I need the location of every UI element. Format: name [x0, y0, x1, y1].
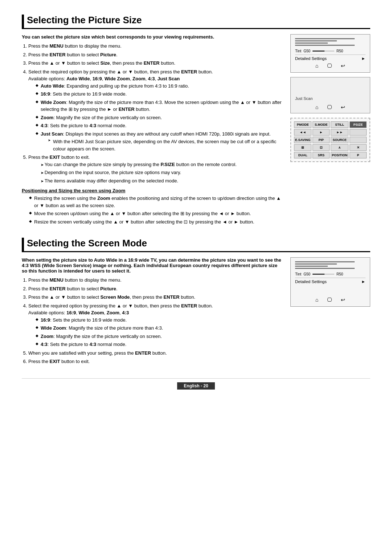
step4-justscan: Just Scan [158, 76, 180, 81]
detailed-arrow: ► [362, 56, 366, 61]
step3-bold: Size [100, 60, 110, 66]
step4-widezoom: Wide Zoom [105, 76, 130, 81]
menu-icons-3: ⌂ 🖵 ↩ [295, 295, 366, 303]
tint-slider [313, 51, 334, 52]
remote-grid: PMODE S.MODE STILL PSIZE ◄◄ ► ►► E.SAVIN… [294, 121, 367, 158]
remote-smode: S.MODE [313, 121, 330, 128]
menu-line-4 [295, 45, 355, 46]
s2-bullet-zoom: Zoom: Magnify the size of the picture ve… [36, 333, 283, 340]
tint-right-label: R50 [336, 49, 343, 53]
remote-pip: PIP [313, 137, 330, 143]
s2-bullet-widezoom: Wide Zoom: Magnify the size of the pictu… [36, 325, 283, 332]
detailed-label: Detailed Settings [295, 56, 327, 61]
note-hdmi: With the HDMI Just Scan picture size, de… [48, 138, 283, 152]
tint-left-label: G50 [303, 49, 310, 53]
section2-content-row: When setting the picture size to Auto Wi… [22, 257, 370, 367]
remote-esaving: E.SAVING [294, 137, 311, 143]
s2-step-1: Press the MENU button to display the men… [28, 277, 283, 284]
icon-picture-3: 🖵 [327, 297, 332, 303]
bullet-autowide: Auto Wide: Expanding and pulling up the … [36, 82, 283, 90]
section1-image-panel: Tint G50 R50 Detailed Settings ► ⌂ 🖵 ↩ [290, 34, 370, 162]
remote-p: P [350, 152, 367, 158]
note-psize: You can change the picture size simply b… [41, 161, 283, 168]
menu-icons-1: ⌂ 🖵 ↩ [295, 61, 366, 69]
remote-srs: SRS [313, 152, 330, 158]
menu-mockup-2: Tint G50 R50 Detailed Settings ► ⌂ 🖵 ↩ [290, 257, 370, 307]
step2-bold: ENTER [50, 52, 66, 57]
remote-source: SOURCE [331, 137, 348, 143]
zoom-bullet-1: Resizing the screen using the Zoom enabl… [29, 195, 283, 209]
step4-169: 16:9 [93, 76, 102, 81]
remote-psize: PSIZE [350, 121, 367, 128]
step3-bold2: ENTER [144, 60, 160, 66]
footer-badge: English - 20 [177, 382, 215, 390]
zoom-bullets: Resizing the screen using the Zoom enabl… [29, 195, 283, 225]
section1-content-row: You can select the picture size which be… [22, 34, 370, 227]
bullet-zoom: Zoom: Magnify the size of the picture ve… [36, 114, 283, 121]
section2-bullets: 16:9: Sets the picture to 16:9 wide mode… [36, 317, 283, 348]
detailed-arrow-2: ► [362, 279, 366, 284]
tint-right-2: R50 [336, 272, 343, 276]
remote-empty [350, 129, 367, 136]
s2-step-5: When you are satisfied with your setting… [28, 350, 283, 357]
section2-title: Selecting the Screen Mode [22, 238, 370, 252]
menu-mockup-1: Tint G50 R50 Detailed Settings ► ⌂ 🖵 ↩ [290, 34, 370, 73]
step1-bold: MENU [50, 43, 64, 49]
note-items: The items available may differ depending… [41, 177, 283, 185]
icon-back: ↩ [341, 63, 345, 69]
spacer [295, 284, 366, 295]
step2-bold2: Picture [100, 52, 116, 57]
remote-x: ✕ [350, 144, 367, 151]
zoom-bullet-3: Resize the screen vertically using the ▲… [29, 218, 283, 226]
tint-slider-2 [313, 274, 334, 275]
bullet-169: 16:9: Sets the picture to 16:9 wide mode… [36, 90, 283, 98]
section1-bullets: Auto Wide: Expanding and pulling up the … [36, 82, 283, 153]
menu-line-2 [295, 40, 337, 41]
s2-bullet-43: 4:3: Sets the picture to 4:3 normal mode… [36, 341, 283, 348]
step-5: Press the EXIT button to exit. You can c… [28, 154, 283, 184]
section2-steps: Press the MENU button to display the men… [28, 277, 283, 365]
step-4: Select the required option by pressing t… [28, 68, 283, 153]
step-1: Press the MENU button to display the men… [28, 43, 283, 50]
menu-line-3 [295, 43, 328, 44]
ml-3 [295, 266, 328, 267]
remote-box2: ⊡ [313, 144, 330, 151]
icon-home-2: ⌂ [315, 104, 318, 110]
tint-label: Tint [295, 49, 301, 53]
justscan-sub: With the HDMI Just Scan picture size, de… [48, 138, 283, 152]
s2-step-3: Press the ▲ or ▼ button to select Screen… [28, 294, 283, 301]
remote-ff: ►► [331, 129, 348, 136]
step-2: Press the ENTER button to select Picture… [28, 51, 283, 59]
detailed-label-2: Detailed Settings [295, 279, 327, 284]
s2-step-2: Press the ENTER button to select Picture… [28, 285, 283, 293]
footer: English - 20 [22, 378, 370, 390]
step4-bold: ENTER [181, 69, 197, 74]
just-scan-label: Just Scan [295, 96, 366, 101]
tint-slider-row: Tint G50 R50 [295, 49, 366, 53]
remote-box1: ⊞ [294, 144, 311, 151]
note-source: Depending on the input source, the pictu… [41, 169, 283, 176]
scan-empty-top [295, 80, 366, 95]
menu-line-1 [295, 38, 355, 39]
remote-rew: ◄◄ [294, 129, 311, 136]
section2-text: When setting the picture size to Auto Wi… [22, 257, 283, 367]
bullet-widezoom: Wide Zoom: Magnify the size of the pictu… [36, 99, 283, 113]
remote-up: ∧ [331, 144, 348, 151]
tint-left-2: G50 [303, 272, 310, 276]
section1-text: You can select the picture size which be… [22, 34, 283, 227]
step4-options: Auto Wide [66, 76, 90, 81]
icon-back-3: ↩ [341, 297, 345, 303]
menu-lines-2 [295, 261, 366, 269]
ml-1 [295, 261, 355, 262]
menu-icons-2: ⌂ 🖵 ↩ [295, 102, 366, 110]
section1-title: Selecting the Picture Size [22, 15, 370, 29]
tint-label-2: Tint [295, 272, 301, 276]
section-picture-size: Selecting the Picture Size You can selec… [22, 15, 370, 227]
remote-empty2 [350, 137, 367, 143]
ml-4 [295, 268, 355, 269]
s2-bullet-169: 16:9: Sets the picture to 16:9 wide mode… [36, 317, 283, 324]
remote-control-mockup: PMODE S.MODE STILL PSIZE ◄◄ ► ►► E.SAVIN… [290, 118, 370, 162]
s2-step-4: Select the required option by pressing t… [28, 302, 283, 348]
ml-2 [295, 263, 337, 265]
tint-slider-row-2: Tint G50 R50 [295, 272, 366, 276]
